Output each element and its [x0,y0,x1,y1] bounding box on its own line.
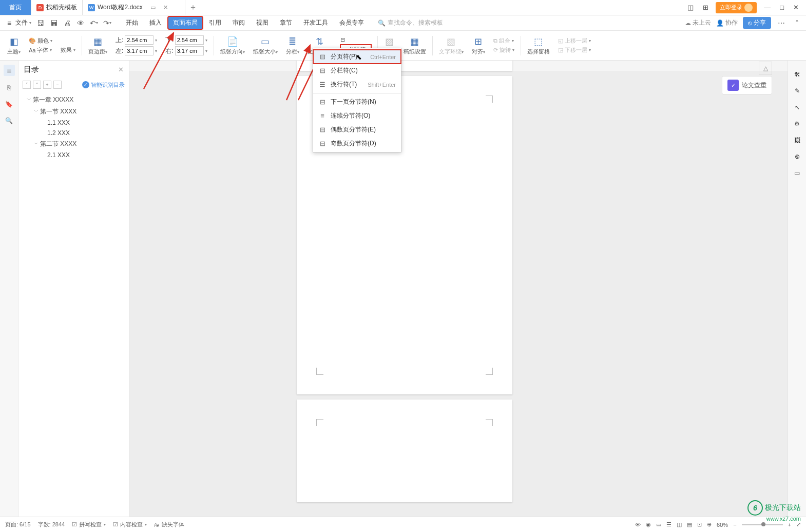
tab-templates[interactable]: D 找稻壳模板 [31,0,83,15]
margin-right-field[interactable]: 右:▾ [165,46,207,55]
reading-mode-icon[interactable]: 👁 [635,522,641,528]
tree-item-1-1[interactable]: 1.1 XXX [23,118,125,128]
menu-list-icon[interactable]: ≡ [4,18,14,28]
app-grid-icon[interactable]: ⊞ [701,4,711,11]
color-button[interactable]: 🎨颜色▾ [29,37,52,45]
paper-size-button[interactable]: ▭纸张大小▾ [253,36,278,55]
menu-tab-review[interactable]: 审阅 [227,16,250,29]
layout-tool-icon[interactable]: △ [759,62,772,75]
zoom-value[interactable]: 60% [717,522,728,528]
tab-document[interactable]: W Word教程2.docx ▭ ✕ [83,0,185,15]
document-area[interactable]: 8 12 16 20 24 28 32 △ ✓ 论文查重 [129,61,788,517]
tab-menu-icon[interactable]: ▭ [150,4,156,11]
plagiarism-check-button[interactable]: ✓ 论文查重 [722,76,772,94]
spell-check-toggle[interactable]: ☑拼写检查▾ [72,521,106,528]
tree-item-1-2[interactable]: 1.2 XXX [23,128,125,138]
new-tab-button[interactable]: ＋ [185,0,201,15]
add-item-icon[interactable]: + [43,81,51,89]
tab-home[interactable]: 首页 [0,0,31,15]
margin-left-field[interactable]: 左:▾ [116,46,157,55]
menu-even-page-section[interactable]: ⊟ 偶数页分节符(E) [313,123,401,137]
zoom-in-icon[interactable]: + [788,522,791,528]
edit-icon[interactable]: ✎ [795,87,800,94]
share-button[interactable]: ⎋分享 [743,17,771,29]
expand-all-icon[interactable]: ˄ [33,81,41,89]
bring-front-button[interactable]: ◱上移一层▾ [558,37,591,45]
paper-layout-button[interactable]: ▦稿纸设置 [404,36,426,55]
web-layout-icon[interactable]: ☰ [666,521,671,528]
remove-item-icon[interactable]: − [53,81,62,89]
menu-tab-insert[interactable]: 插入 [144,16,167,29]
menu-tab-member[interactable]: 会员专享 [334,16,369,29]
redo-icon[interactable]: ↷▾ [102,18,112,28]
maximize-button[interactable]: □ [778,4,786,11]
menu-tab-page-layout[interactable]: 页面布局 [168,16,203,29]
send-back-button[interactable]: ◲下移一层▾ [558,46,591,54]
save-icon[interactable]: 🖫 [35,18,46,28]
tree-item-section1[interactable]: ﹀第一节 XXXX [23,106,125,118]
rotate-button[interactable]: ⟳旋转▾ [493,46,514,54]
collapse-all-icon[interactable]: ˅ [23,81,31,89]
print-layout-icon[interactable]: ▭ [656,521,661,528]
theme-button[interactable]: ◧主题▾ [7,36,21,55]
align-button[interactable]: ⊞对齐▾ [472,36,485,55]
tab-close-icon[interactable]: ✕ [163,4,168,11]
margins-button[interactable]: ▦页边距▾ [88,36,107,55]
focus-mode-icon[interactable]: ◉ [646,521,651,528]
tree-item-section2[interactable]: ﹀第二节 XXXX [23,138,125,150]
cloud-status[interactable]: ☁未上云 [685,18,711,27]
menu-tab-devtools[interactable]: 开发工具 [298,16,333,29]
menu-tab-start[interactable]: 开始 [121,16,143,29]
collapse-ribbon-icon[interactable]: ˄ [792,18,802,28]
more-icon[interactable]: ⋯ [776,18,786,28]
outline-icon[interactable]: ≣ [4,65,15,76]
assets-icon[interactable]: 🖼 [794,137,800,144]
find-icon[interactable]: 🔍 [5,116,14,125]
save-as-icon[interactable]: 🖬 [49,18,59,28]
smart-toc-button[interactable]: ✓ 智能识别目录 [82,81,125,89]
undo-icon[interactable]: ↶▾ [89,18,99,28]
pointer-icon[interactable]: ↖ [795,104,800,111]
cooperation-button[interactable]: 👤协作 [716,18,738,27]
print-icon[interactable]: 🖨 [62,18,72,28]
line-numbers-button[interactable]: ⊟ [340,36,371,43]
page-indicator[interactable]: 页面: 6/15 [5,521,31,528]
word-count[interactable]: 字数: 2844 [38,521,65,528]
location-icon[interactable]: ⊚ [795,153,800,160]
columns-button[interactable]: ≣分栏▾ [286,36,299,55]
clipboard-icon[interactable]: ⎘ [5,83,14,92]
effects-button[interactable]: 效果▾ [61,46,75,54]
menu-tab-view[interactable]: 视图 [251,16,274,29]
menu-odd-page-section[interactable]: ⊟ 奇数页分节符(D) [313,137,401,150]
combine-button[interactable]: ⧉组合▾ [493,37,514,45]
menu-tab-chapter[interactable]: 章节 [275,16,297,29]
menu-continuous-section[interactable]: ≡ 连续分节符(O) [313,109,401,123]
fit-width-icon[interactable]: ⊡ [697,521,702,528]
outline-view-icon[interactable]: ◫ [677,521,682,528]
bookmark-icon[interactable]: 🔖 [5,100,14,109]
draft-view-icon[interactable]: ▤ [687,521,692,528]
tree-item-2-1[interactable]: 2.1 XXX [23,150,125,160]
close-window-button[interactable]: ✕ [791,4,801,11]
command-search[interactable]: 🔍 查找命令、搜索模板 [378,18,443,27]
login-button[interactable]: 立即登录 [716,2,757,13]
settings-icon[interactable]: ⚙ [794,120,800,127]
orientation-button[interactable]: 📄纸张方向▾ [220,36,245,55]
tree-item-chapter1[interactable]: ﹀第一章 XXXXX [23,94,125,106]
menu-line-break[interactable]: ☰ 换行符(T) Shift+Enter [313,78,401,91]
menu-next-page-section[interactable]: ⊟ 下一页分节符(N) [313,95,401,109]
zoom-slider[interactable] [742,524,783,525]
fullscreen-icon[interactable]: ⤢ [796,521,801,528]
missing-font[interactable]: 🗛缺失字体 [154,521,184,528]
print-preview-icon[interactable]: 👁 [75,18,86,28]
zoom-out-icon[interactable]: − [733,522,736,528]
menu-tab-references[interactable]: 引用 [204,16,226,29]
font-button[interactable]: Aa字体▾ [29,46,52,54]
outline-close-icon[interactable]: ✕ [118,66,124,73]
margin-bottom-field[interactable]: 下:▾ [165,35,207,45]
margin-top-field[interactable]: 上:▾ [116,35,157,45]
menu-column-break[interactable]: ⊟ 分栏符(C) [313,64,401,78]
app-layout-icon[interactable]: ◫ [685,4,696,11]
tools-icon[interactable]: 🛠 [794,71,800,78]
zoom-panel-icon[interactable]: ⊕ [707,521,712,528]
